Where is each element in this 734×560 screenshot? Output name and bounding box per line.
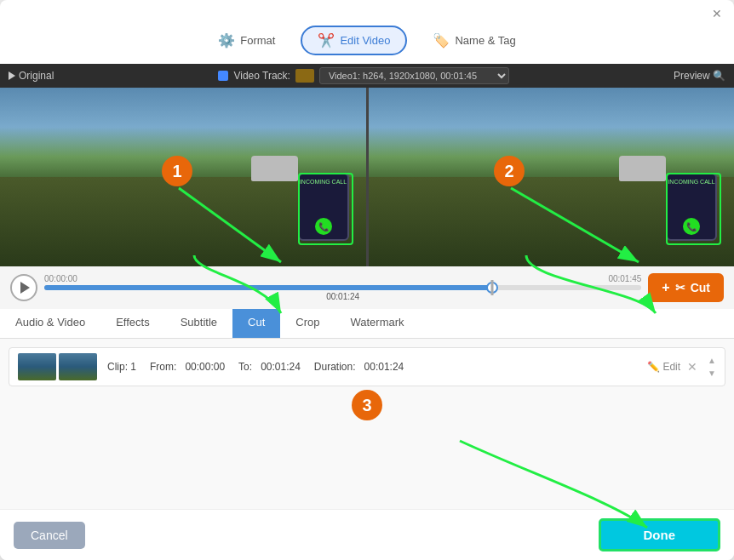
cancel-button[interactable]: Cancel [14, 522, 85, 549]
clip-thumbnails [18, 353, 97, 380]
tab-name-tag[interactable]: 🏷️ Name & Tag [416, 26, 532, 55]
car-right [619, 156, 666, 181]
timeline-cursor [490, 280, 493, 295]
car-left [251, 156, 298, 181]
annotation-box-right [666, 173, 721, 245]
tab-edit-video[interactable]: ✂️ Edit Video [301, 26, 407, 55]
clip-label: Clip: 1 [107, 361, 136, 373]
play-triangle-icon [9, 71, 15, 80]
video-frame-right: First Person gamepad controls can be alt… [369, 88, 735, 266]
preview-label: Preview 🔍 [674, 70, 725, 82]
edit-tabs: Audio & Video Effects Subtitle Cut Crop … [0, 309, 734, 339]
track-thumbnail [295, 69, 314, 83]
timeline-wrapper: 00:00:00 00:01:45 00:01:24 [44, 274, 641, 301]
tab-audio-video[interactable]: Audio & Video [0, 309, 100, 338]
start-time: 00:00:00 [44, 274, 77, 283]
tab-subtitle[interactable]: Subtitle [165, 309, 232, 338]
annotation-number-3: 3 [352, 390, 382, 420]
clip-row: Clip: 1 From: 00:00:00 To: 00:01:24 Dura… [9, 347, 725, 386]
time-labels: 00:00:00 00:01:45 [44, 274, 641, 283]
scroll-down-button[interactable]: ▼ [708, 369, 716, 378]
cut-button[interactable]: + ✂ Cut [648, 273, 724, 302]
end-time: 00:01:45 [608, 274, 641, 283]
scissors-icon: ✂ [675, 281, 685, 294]
pencil-icon: ✏️ [647, 361, 660, 373]
clip-thumb-2 [59, 353, 97, 380]
edit-video-icon: ✂️ [318, 32, 335, 49]
clip-to-time: 00:01:24 [261, 361, 301, 373]
tab-format[interactable]: ⚙️ Format [201, 26, 292, 55]
cut-content-area: Clip: 1 From: 00:00:00 To: 00:01:24 Dura… [0, 339, 734, 509]
done-button[interactable]: Done [599, 518, 721, 551]
clip-info: Clip: 1 From: 00:00:00 To: 00:01:24 Dura… [107, 361, 647, 373]
tab-edit-video-label: Edit Video [340, 34, 390, 47]
name-tag-icon: 🏷️ [433, 32, 450, 49]
tab-watermark[interactable]: Watermark [335, 309, 419, 338]
track-color-indicator [218, 71, 228, 81]
timeline-area: 00:00:00 00:01:45 00:01:24 + ✂ Cut [0, 266, 734, 309]
plus-icon: + [662, 280, 669, 295]
clip-edit-button[interactable]: ✏️ Edit [647, 361, 680, 373]
clip-duration-label: Duration: 00:01:24 [314, 361, 404, 373]
annotation-number-1: 1 [162, 156, 192, 186]
scroll-up-button[interactable]: ▲ [708, 356, 716, 365]
play-button[interactable] [10, 274, 37, 301]
video-track-label: Video Track: [233, 70, 290, 82]
main-window: ✕ ⚙️ Format ✂️ Edit Video 🏷️ Name & Tag … [0, 0, 734, 560]
tab-format-label: Format [240, 34, 275, 47]
title-bar: ✕ [0, 0, 734, 20]
clip-to-label: To: 00:01:24 [238, 361, 301, 373]
timeline-track[interactable] [44, 285, 641, 290]
bottom-bar: Cancel Done [0, 509, 734, 560]
tab-crop[interactable]: Crop [280, 309, 335, 338]
video-header: Original Video Track: Video1: h264, 1920… [0, 64, 734, 88]
timeline-progress [44, 285, 492, 290]
cut-label: Cut [691, 281, 710, 294]
tab-effects[interactable]: Effects [100, 309, 165, 338]
play-icon [20, 282, 30, 294]
clip-actions: ✏️ Edit ✕ ▲ ▼ [647, 356, 716, 378]
clip-thumb-1 [18, 353, 56, 380]
annotation-box-left [298, 173, 353, 245]
clip-duration-time: 00:01:24 [364, 361, 404, 373]
clip-from-label: From: 00:00:00 [150, 361, 225, 373]
video-content-right: First Person gamepad controls can be alt… [369, 88, 735, 266]
track-dropdown[interactable]: Video1: h264, 1920x1080, 00:01:45 [319, 67, 509, 84]
video-frames: First Person gamepad controls can be alt… [0, 88, 734, 266]
preview-button[interactable]: Preview 🔍 [674, 70, 725, 82]
annotation-number-2: 2 [494, 156, 525, 186]
close-button[interactable]: ✕ [710, 7, 724, 20]
tab-name-tag-label: Name & Tag [455, 34, 515, 47]
top-tabs: ⚙️ Format ✂️ Edit Video 🏷️ Name & Tag [0, 20, 734, 64]
video-track-selector[interactable]: Video Track: Video1: h264, 1920x1080, 00… [218, 67, 508, 84]
tab-cut[interactable]: Cut [232, 309, 280, 338]
clip-from-time: 00:00:00 [185, 361, 225, 373]
original-label: Original [9, 70, 54, 82]
format-icon: ⚙️ [218, 32, 235, 49]
clip-close-button[interactable]: ✕ [687, 360, 697, 374]
clip-scroll-controls: ▲ ▼ [708, 356, 716, 378]
current-time-display: 00:01:24 [44, 292, 641, 301]
